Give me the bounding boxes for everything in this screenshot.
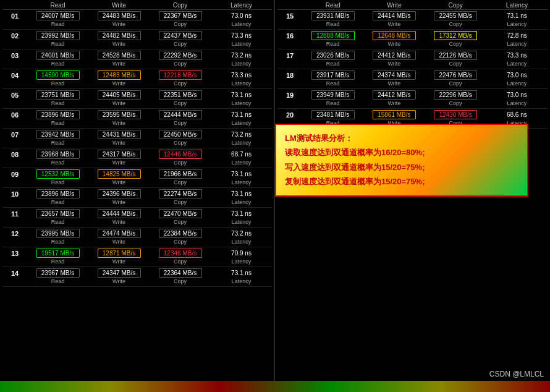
data-group-13: 13 19517 MB/s 12871 MB/s 12346 MB/s 70.9…	[2, 247, 272, 267]
label-latency-10: Latency	[211, 199, 272, 205]
row-num-08: 08	[2, 151, 27, 158]
label-copy-12: Copy	[150, 239, 211, 245]
read-val-15: 23931 MB/s	[302, 11, 363, 21]
data-group-12: 12 23995 MB/s 24474 MB/s 22384 MB/s 73.2…	[2, 228, 272, 247]
label-copy-07: Copy	[150, 140, 211, 146]
label-write-02: Write	[88, 41, 150, 47]
label-read-01: Read	[27, 21, 88, 27]
label-copy-09: Copy	[150, 179, 211, 185]
latency-val-05: 73.1 ns	[211, 91, 272, 99]
analysis-line2: 写入速度达到双通道概率为15/20=75%;	[285, 160, 518, 174]
read-val-17: 23026 MB/s	[302, 50, 363, 61]
write-val-14: 24347 MB/s	[88, 268, 150, 278]
label-latency-11: Latency	[211, 219, 272, 225]
write-val-05: 24405 MB/s	[88, 90, 150, 100]
write-val-08: 24317 MB/s	[88, 149, 150, 160]
label-write-03: Write	[88, 61, 150, 67]
write-val-07: 24431 MB/s	[88, 129, 150, 140]
copy-val-09: 21966 MB/s	[150, 169, 211, 179]
latency-val-04: 73.3 ns	[211, 71, 272, 79]
read-val-14: 23967 MB/s	[27, 268, 88, 278]
label-latency-07: Latency	[211, 140, 272, 146]
label-latency-14: Latency	[211, 278, 272, 284]
row-num-18: 18	[277, 72, 302, 79]
row-num-01: 01	[2, 12, 27, 20]
label-latency-16: Latency	[486, 41, 548, 47]
label-copy-18: Copy	[425, 80, 486, 87]
latency-val-18: 73.0 ns	[486, 71, 548, 79]
label-read-16: Read	[302, 41, 363, 47]
label-latency-03: Latency	[211, 61, 272, 67]
right-data-table: 15 23931 MB/s 24414 MB/s 22455 MB/s 73.1…	[277, 10, 548, 129]
copy-val-17: 22126 MB/s	[425, 50, 486, 61]
latency-val-09: 73.1 ns	[211, 170, 272, 178]
label-write-17: Write	[363, 61, 425, 67]
row-num-17: 17	[277, 52, 302, 59]
copy-val-18: 22476 MB/s	[425, 70, 486, 80]
label-write-13: Write	[88, 258, 150, 265]
label-read-13: Read	[27, 258, 88, 265]
row-num-13: 13	[2, 250, 27, 257]
label-latency-09: Latency	[211, 179, 272, 185]
header-num	[2, 2, 27, 9]
copy-val-12: 22384 MB/s	[150, 228, 211, 239]
latency-val-07: 73.2 ns	[211, 130, 272, 138]
data-group-05: 05 23751 MB/s 24405 MB/s 22351 MB/s 73.1…	[2, 89, 272, 109]
copy-val-20: 12430 MB/s	[425, 109, 486, 120]
label-write-07: Write	[88, 140, 150, 146]
header-latency-right: Latency	[486, 2, 548, 9]
read-val-01: 24007 MB/s	[27, 11, 88, 21]
label-latency-17: Latency	[486, 61, 548, 67]
row-num-16: 16	[277, 32, 302, 40]
label-read-10: Read	[27, 199, 88, 205]
write-val-15: 24414 MB/s	[363, 11, 425, 21]
copy-val-14: 22364 MB/s	[150, 268, 211, 278]
data-group-09: 09 12532 MB/s 14825 MB/s 21966 MB/s 73.1…	[2, 168, 272, 188]
data-group-19: 19 23949 MB/s 24412 MB/s 22296 MB/s 73.0…	[277, 89, 548, 109]
row-num-07: 07	[2, 131, 27, 138]
analysis-line1: 读取速度达到双通道概率为16/20=80%;	[285, 145, 518, 160]
label-latency-08: Latency	[211, 160, 272, 166]
write-val-03: 24528 MB/s	[88, 50, 150, 61]
label-read-07: Read	[27, 140, 88, 146]
label-latency-01: Latency	[211, 21, 272, 27]
row-num-03: 03	[2, 52, 27, 59]
label-write-01: Write	[88, 21, 150, 27]
label-copy-14: Copy	[150, 278, 211, 284]
read-val-09: 12532 MB/s	[27, 169, 88, 179]
label-copy-04: Copy	[150, 80, 211, 87]
label-latency-04: Latency	[211, 80, 272, 87]
label-copy-13: Copy	[150, 258, 211, 265]
row-num-09: 09	[2, 171, 27, 178]
latency-val-01: 73.0 ns	[211, 12, 272, 20]
label-read-05: Read	[27, 100, 88, 106]
read-val-18: 23917 MB/s	[302, 70, 363, 80]
latency-val-02: 73.3 ns	[211, 32, 272, 40]
write-val-17: 24412 MB/s	[363, 50, 425, 61]
write-val-13: 12871 MB/s	[88, 248, 150, 258]
data-group-07: 07 23942 MB/s 24431 MB/s 22450 MB/s 73.2…	[2, 129, 272, 148]
read-val-07: 23942 MB/s	[27, 129, 88, 140]
row-num-02: 02	[2, 32, 27, 40]
read-val-06: 23896 MB/s	[27, 109, 88, 120]
latency-val-15: 73.1 ns	[486, 12, 548, 20]
data-group-14: 14 23967 MB/s 24347 MB/s 22364 MB/s 73.1…	[2, 267, 272, 287]
analysis-line3: 复制速度达到双通道概率为15/20=75%;	[285, 174, 518, 189]
row-num-14: 14	[2, 270, 27, 277]
label-write-11: Write	[88, 219, 150, 225]
label-copy-02: Copy	[150, 41, 211, 47]
label-write-04: Write	[88, 80, 150, 87]
header-write-left: Write	[88, 2, 150, 9]
write-val-02: 24482 MB/s	[88, 30, 150, 41]
copy-val-06: 22444 MB/s	[150, 109, 211, 120]
label-latency-13: Latency	[211, 258, 272, 265]
copy-val-04: 12218 MB/s	[150, 70, 211, 80]
write-val-20: 15861 MB/s	[363, 109, 425, 120]
read-val-19: 23949 MB/s	[302, 90, 363, 100]
latency-val-08: 68.7 ns	[211, 150, 272, 158]
label-copy-19: Copy	[425, 100, 486, 106]
label-latency-12: Latency	[211, 239, 272, 245]
label-copy-08: Copy	[150, 160, 211, 166]
label-write-19: Write	[363, 100, 425, 106]
label-write-12: Write	[88, 239, 150, 245]
